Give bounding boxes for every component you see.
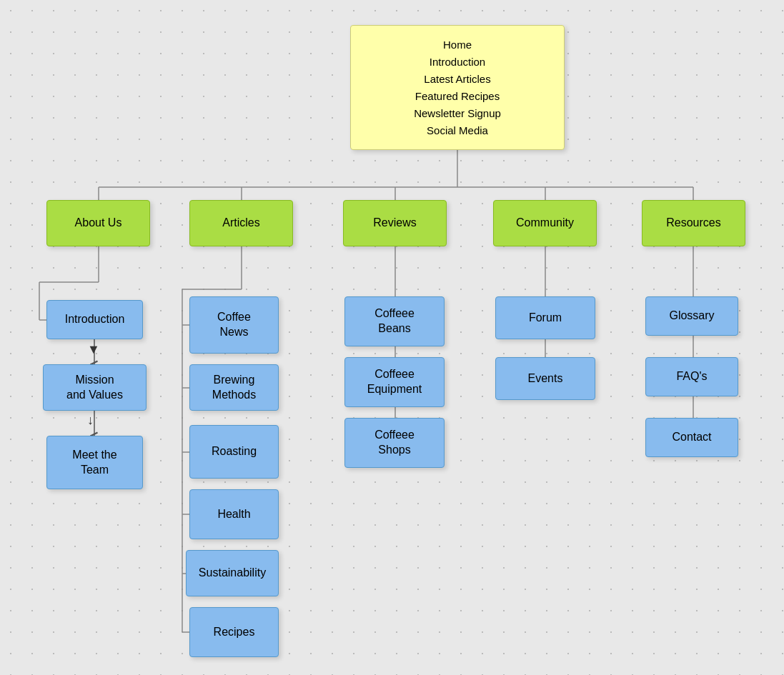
arrow-down-1: ▼: [87, 342, 100, 357]
home-label: Home Introduction Latest Articles Featur…: [414, 36, 501, 139]
recipes-label: Recipes: [214, 625, 255, 640]
coffee-beans-node[interactable]: Coffeee Beans: [344, 296, 445, 346]
coffee-shops-label: Coffeee Shops: [374, 428, 415, 458]
home-node: Home Introduction Latest Articles Featur…: [350, 25, 565, 150]
forum-node[interactable]: Forum: [495, 296, 595, 339]
articles-node[interactable]: Articles: [189, 200, 293, 246]
introduction-label: Introduction: [65, 312, 125, 327]
meet-team-label: Meet the Team: [72, 448, 116, 478]
events-node[interactable]: Events: [495, 357, 595, 400]
coffee-beans-label: Coffeee Beans: [374, 306, 415, 336]
coffee-news-label: Coffee News: [217, 310, 251, 340]
arrow-down-2: ↓: [87, 413, 94, 428]
health-node[interactable]: Health: [189, 489, 279, 539]
faqs-node[interactable]: FAQ's: [645, 357, 738, 396]
forum-label: Forum: [529, 311, 562, 326]
mission-values-label: Mission and Values: [66, 373, 123, 403]
glossary-node[interactable]: Glossary: [645, 296, 738, 336]
roasting-label: Roasting: [212, 444, 257, 459]
coffee-news-node[interactable]: Coffee News: [189, 296, 279, 354]
about-us-label: About Us: [75, 216, 122, 231]
resources-node[interactable]: Resources: [642, 200, 745, 246]
faqs-label: FAQ's: [676, 369, 707, 384]
mission-values-node[interactable]: Mission and Values: [43, 364, 147, 411]
introduction-node[interactable]: Introduction: [46, 300, 143, 339]
coffee-shops-node[interactable]: Coffeee Shops: [344, 418, 445, 468]
brewing-methods-node[interactable]: Brewing Methods: [189, 364, 279, 411]
community-label: Community: [516, 216, 574, 231]
contact-label: Contact: [672, 430, 711, 445]
coffee-equipment-label: Coffeee Equipment: [367, 367, 422, 397]
health-label: Health: [217, 507, 250, 522]
sustainability-label: Sustainability: [199, 566, 266, 581]
reviews-label: Reviews: [373, 216, 416, 231]
glossary-label: Glossary: [669, 309, 714, 324]
coffee-equipment-node[interactable]: Coffeee Equipment: [344, 357, 445, 407]
sustainability-node[interactable]: Sustainability: [186, 550, 279, 596]
reviews-node[interactable]: Reviews: [343, 200, 447, 246]
roasting-node[interactable]: Roasting: [189, 425, 279, 479]
about-us-node[interactable]: About Us: [46, 200, 150, 246]
community-node[interactable]: Community: [493, 200, 597, 246]
brewing-methods-label: Brewing Methods: [212, 373, 256, 403]
contact-node[interactable]: Contact: [645, 418, 738, 457]
chart-container: Home Introduction Latest Articles Featur…: [0, 0, 784, 675]
articles-label: Articles: [222, 216, 259, 231]
resources-label: Resources: [666, 216, 720, 231]
recipes-node[interactable]: Recipes: [189, 607, 279, 657]
meet-team-node[interactable]: Meet the Team: [46, 436, 143, 489]
events-label: Events: [528, 371, 563, 386]
